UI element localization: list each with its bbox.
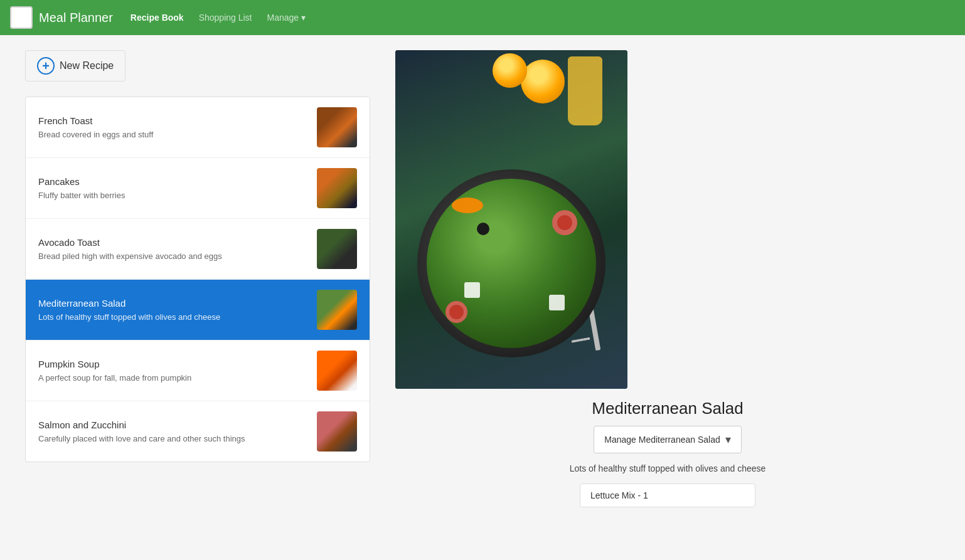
recipe-info: Avocado ToastBread piled high with expen…	[38, 237, 307, 261]
plus-circle-icon: +	[37, 57, 55, 75]
recipe-desc: Bread covered in eggs and stuff	[38, 130, 307, 139]
recipe-info: Pumpkin SoupA perfect soup for fall, mad…	[38, 359, 307, 383]
orange-half-2	[493, 53, 527, 88]
recipe-info: PancakesFluffy batter with berries	[38, 176, 307, 200]
manage-dropdown-icon: ▾	[725, 433, 731, 446]
topping-carrot	[452, 198, 483, 213]
recipe-title: Pancakes	[38, 176, 307, 187]
recipe-title: Mediterranean Salad	[38, 298, 307, 309]
recipe-thumb-french-toast	[317, 107, 357, 147]
recipe-thumb-mediterranean-salad	[317, 290, 357, 330]
nav-manage[interactable]: Manage ▾	[267, 13, 306, 23]
recipe-desc: Bread piled high with expensive avocado …	[38, 251, 307, 261]
recipe-item-salmon-zucchini[interactable]: Salmon and ZucchiniCarefully placed with…	[26, 401, 370, 462]
recipe-list: French ToastBread covered in eggs and st…	[25, 97, 370, 462]
detail-image-placeholder	[395, 50, 627, 389]
recipe-title: Avocado Toast	[38, 237, 307, 248]
nav-manage-arrow-icon: ▾	[301, 13, 306, 23]
recipe-thumb-pumpkin-soup	[317, 351, 357, 391]
manage-button[interactable]: Manage Mediterranean Salad ▾	[594, 426, 741, 453]
salad-greens	[427, 179, 596, 348]
manage-label: Manage Mediterranean Salad	[604, 435, 720, 445]
detail-image	[395, 50, 627, 389]
topping-onion	[552, 210, 577, 235]
recipe-desc: A perfect soup for fall, made from pumpk…	[38, 373, 307, 383]
ingredient-label: Lettuce Mix - 1	[590, 490, 648, 500]
recipe-thumb-salmon-zucchini	[317, 411, 357, 452]
recipe-info: Salmon and ZucchiniCarefully placed with…	[38, 420, 307, 443]
recipe-desc: Fluffy batter with berries	[38, 191, 307, 200]
left-panel: + New Recipe French ToastBread covered i…	[25, 50, 370, 512]
recipe-title: French Toast	[38, 115, 307, 126]
ingredient-item: Lettuce Mix - 1	[580, 483, 755, 507]
topping-feta	[549, 295, 565, 310]
recipe-thumb-pancakes	[317, 168, 357, 208]
new-recipe-label: New Recipe	[60, 60, 114, 71]
recipe-item-mediterranean-salad[interactable]: Mediterranean SaladLots of healthy stuff…	[26, 280, 370, 341]
brand-name: Meal Planner	[39, 11, 113, 25]
recipe-title: Pumpkin Soup	[38, 359, 307, 369]
recipe-desc: Lots of healthy stuff topped with olives…	[38, 312, 307, 322]
nav-manage-label: Manage	[267, 13, 299, 23]
brand: 🍽 Meal Planner	[10, 6, 113, 29]
fork-tines-icon	[571, 337, 592, 353]
recipe-item-french-toast[interactable]: French ToastBread covered in eggs and st…	[26, 97, 370, 158]
orange-half-1	[521, 60, 565, 103]
navbar: 🍽 Meal Planner Recipe Book Shopping List…	[0, 0, 965, 35]
topping-feta-2	[464, 282, 480, 298]
recipe-title: Salmon and Zucchini	[38, 420, 307, 430]
brand-icon: 🍽	[10, 6, 33, 29]
detail-description: Lots of healthy stuff topped with olives…	[395, 463, 940, 473]
recipe-item-avocado-toast[interactable]: Avocado ToastBread piled high with expen…	[26, 219, 370, 280]
topping-olive	[477, 223, 489, 235]
recipe-item-pumpkin-soup[interactable]: Pumpkin SoupA perfect soup for fall, mad…	[26, 341, 370, 401]
recipe-info: Mediterranean SaladLots of healthy stuff…	[38, 298, 307, 322]
recipe-info: French ToastBread covered in eggs and st…	[38, 115, 307, 139]
detail-title: Mediterranean Salad	[395, 399, 940, 418]
nav-links: Recipe Book Shopping List Manage ▾	[131, 13, 306, 23]
main-container: + New Recipe French ToastBread covered i…	[0, 35, 965, 527]
juice-glass	[568, 56, 602, 125]
recipe-thumb-avocado-toast	[317, 229, 357, 269]
new-recipe-button[interactable]: + New Recipe	[25, 50, 125, 82]
nav-recipe-book[interactable]: Recipe Book	[131, 13, 184, 23]
recipe-desc: Carefully placed with love and care and …	[38, 434, 307, 443]
plate	[417, 169, 605, 357]
nav-shopping-list[interactable]: Shopping List	[199, 13, 252, 23]
topping-onion-2	[445, 301, 467, 323]
right-panel: Mediterranean Salad Manage Mediterranean…	[395, 50, 940, 512]
recipe-item-pancakes[interactable]: PancakesFluffy batter with berries	[26, 158, 370, 219]
